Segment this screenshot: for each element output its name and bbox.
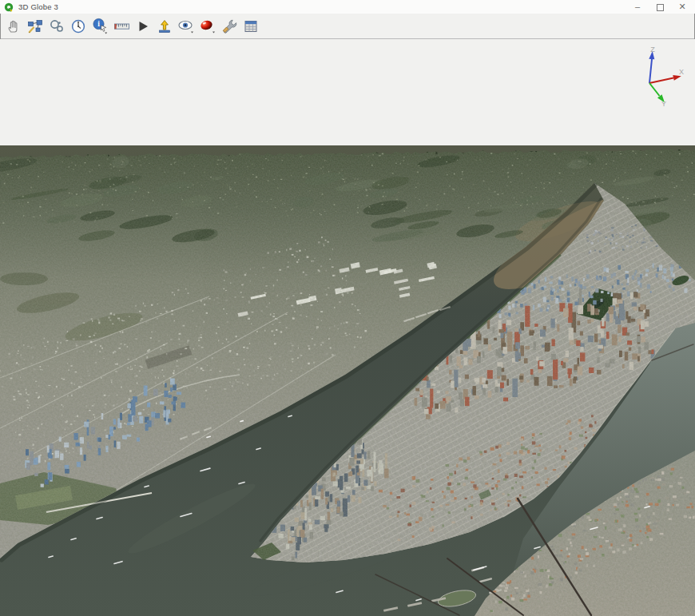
minimize-button[interactable]: – — [626, 1, 649, 14]
window-title: 3D Globe 3 — [18, 2, 58, 11]
sky — [0, 39, 695, 159]
identify-info-button[interactable]: i — [90, 16, 109, 37]
table-icon — [243, 18, 259, 34]
app-window: 3D Globe 3 – ✕ — [0, 0, 695, 616]
qgis-logo-icon — [4, 2, 14, 12]
orbit-clock-button[interactable] — [69, 16, 88, 37]
window-controls: – ✕ — [626, 0, 693, 14]
globe-toolbar: i — [0, 14, 695, 39]
play-icon — [135, 18, 151, 34]
extent-links-button[interactable] — [26, 16, 45, 37]
red-sphere-icon — [199, 18, 216, 34]
wrench-icon — [221, 18, 237, 34]
globe-3d-viewport[interactable]: Z X Y — [0, 39, 695, 616]
title-bar: 3D Globe 3 – ✕ — [0, 0, 695, 14]
axis-z-label: Z — [650, 46, 655, 54]
satellite-scene: Z X Y — [0, 39, 695, 616]
maximize-icon — [657, 4, 664, 11]
refresh-circles-icon — [49, 18, 65, 34]
pan-hand-icon — [6, 18, 22, 34]
measure-ruler-button[interactable] — [112, 16, 131, 37]
globe-sphere-button[interactable] — [198, 16, 217, 37]
measure-ruler-icon — [113, 18, 130, 34]
raise-arrow-icon — [157, 18, 173, 34]
maximize-button[interactable] — [649, 1, 671, 14]
settings-wrench-button[interactable] — [220, 16, 239, 37]
svg-text:i: i — [97, 20, 100, 28]
attribute-table-button[interactable] — [241, 16, 260, 37]
extent-links-icon — [27, 18, 43, 34]
pan-tool-button[interactable] — [4, 16, 23, 37]
play-animation-button[interactable] — [133, 16, 153, 37]
visibility-eye-button[interactable] — [177, 16, 196, 37]
axis-x-label: X — [679, 68, 684, 76]
refresh-circles-button[interactable] — [47, 16, 66, 37]
orbit-clock-icon — [70, 18, 86, 34]
vertical-exaggeration-button[interactable] — [155, 16, 174, 37]
identify-info-icon: i — [92, 18, 109, 34]
axis-y-label: Y — [661, 100, 666, 108]
eye-icon — [177, 18, 195, 34]
close-button[interactable]: ✕ — [671, 1, 693, 14]
